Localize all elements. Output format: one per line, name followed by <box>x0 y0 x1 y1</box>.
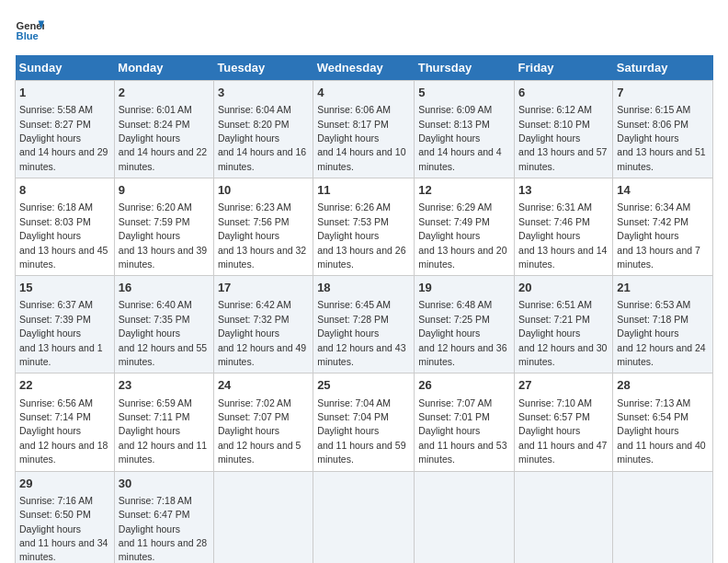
calendar-cell: 26 Sunrise: 7:07 AMSunset: 7:01 PMDaylig… <box>415 373 515 471</box>
day-info: Sunrise: 6:59 AMSunset: 7:11 PMDaylight … <box>119 397 207 465</box>
calendar-cell: 9 Sunrise: 6:20 AMSunset: 7:59 PMDayligh… <box>114 178 213 276</box>
day-info: Sunrise: 6:04 AMSunset: 8:20 PMDaylight … <box>218 104 306 172</box>
day-number: 4 <box>317 85 410 101</box>
day-info: Sunrise: 7:10 AMSunset: 6:57 PMDaylight … <box>518 397 607 465</box>
day-number: 9 <box>119 182 210 199</box>
day-number: 1 <box>19 85 110 101</box>
calendar-cell: 18 Sunrise: 6:45 AMSunset: 7:28 PMDaylig… <box>313 276 415 373</box>
day-info: Sunrise: 6:45 AMSunset: 7:28 PMDaylight … <box>317 299 405 367</box>
day-info: Sunrise: 6:53 AMSunset: 7:18 PMDaylight … <box>617 299 705 367</box>
calendar-cell: 16 Sunrise: 6:40 AMSunset: 7:35 PMDaylig… <box>114 276 213 373</box>
page-header: General Blue <box>15 15 713 44</box>
calendar-cell <box>313 471 415 563</box>
day-info: Sunrise: 6:34 AMSunset: 7:42 PMDaylight … <box>617 201 700 270</box>
day-info: Sunrise: 6:06 AMSunset: 8:17 PMDaylight … <box>317 104 405 172</box>
day-number: 20 <box>518 280 609 296</box>
day-info: Sunrise: 7:13 AMSunset: 6:54 PMDaylight … <box>617 397 705 465</box>
calendar-cell: 2 Sunrise: 6:01 AMSunset: 8:24 PMDayligh… <box>114 81 213 178</box>
day-info: Sunrise: 6:01 AMSunset: 8:24 PMDaylight … <box>119 104 207 172</box>
day-number: 15 <box>19 280 110 296</box>
day-info: Sunrise: 6:48 AMSunset: 7:25 PMDaylight … <box>418 299 506 367</box>
svg-text:Blue: Blue <box>17 30 39 41</box>
day-info: Sunrise: 6:40 AMSunset: 7:35 PMDaylight … <box>119 299 207 367</box>
day-number: 23 <box>119 377 210 394</box>
calendar-cell: 25 Sunrise: 7:04 AMSunset: 7:04 PMDaylig… <box>313 373 415 471</box>
calendar-cell: 8 Sunrise: 6:18 AMSunset: 8:03 PMDayligh… <box>16 178 115 276</box>
calendar-cell: 28 Sunrise: 7:13 AMSunset: 6:54 PMDaylig… <box>613 373 713 471</box>
day-number: 12 <box>418 182 510 199</box>
day-number: 13 <box>518 182 609 199</box>
day-info: Sunrise: 6:56 AMSunset: 7:14 PMDaylight … <box>19 397 108 465</box>
day-number: 8 <box>19 182 110 199</box>
day-number: 24 <box>218 377 309 394</box>
col-header-thursday: Thursday <box>415 55 515 81</box>
day-info: Sunrise: 7:04 AMSunset: 7:04 PMDaylight … <box>317 397 405 465</box>
day-info: Sunrise: 6:42 AMSunset: 7:32 PMDaylight … <box>218 299 306 367</box>
calendar-cell: 17 Sunrise: 6:42 AMSunset: 7:32 PMDaylig… <box>213 276 313 373</box>
calendar-cell <box>415 471 515 563</box>
col-header-tuesday: Tuesday <box>213 55 313 81</box>
calendar-cell: 15 Sunrise: 6:37 AMSunset: 7:39 PMDaylig… <box>16 276 115 373</box>
day-number: 28 <box>617 377 709 394</box>
day-number: 22 <box>19 377 110 394</box>
col-header-friday: Friday <box>515 55 613 81</box>
col-header-monday: Monday <box>114 55 213 81</box>
day-info: Sunrise: 6:37 AMSunset: 7:39 PMDaylight … <box>19 299 103 367</box>
day-number: 17 <box>218 280 309 296</box>
calendar-cell <box>515 471 613 563</box>
day-number: 18 <box>317 280 410 296</box>
day-number: 27 <box>518 377 609 394</box>
day-number: 6 <box>518 85 609 101</box>
calendar-cell: 23 Sunrise: 6:59 AMSunset: 7:11 PMDaylig… <box>114 373 213 471</box>
day-number: 25 <box>317 377 410 394</box>
day-number: 10 <box>218 182 309 199</box>
col-header-saturday: Saturday <box>613 55 713 81</box>
calendar-cell <box>213 471 313 563</box>
day-number: 11 <box>317 182 410 199</box>
day-number: 7 <box>617 85 709 101</box>
calendar-cell: 30 Sunrise: 7:18 AMSunset: 6:47 PMDaylig… <box>114 471 213 563</box>
day-info: Sunrise: 6:18 AMSunset: 8:03 PMDaylight … <box>19 201 108 270</box>
calendar-cell: 14 Sunrise: 6:34 AMSunset: 7:42 PMDaylig… <box>613 178 713 276</box>
day-info: Sunrise: 6:12 AMSunset: 8:10 PMDaylight … <box>518 104 607 172</box>
calendar-cell: 7 Sunrise: 6:15 AMSunset: 8:06 PMDayligh… <box>613 81 713 178</box>
logo-icon: General Blue <box>15 15 44 44</box>
day-info: Sunrise: 6:26 AMSunset: 7:53 PMDaylight … <box>317 201 405 270</box>
logo: General Blue <box>15 15 48 44</box>
day-number: 14 <box>617 182 709 199</box>
day-info: Sunrise: 7:18 AMSunset: 6:47 PMDaylight … <box>119 495 207 563</box>
calendar-cell: 19 Sunrise: 6:48 AMSunset: 7:25 PMDaylig… <box>415 276 515 373</box>
calendar-cell: 11 Sunrise: 6:26 AMSunset: 7:53 PMDaylig… <box>313 178 415 276</box>
calendar-cell: 6 Sunrise: 6:12 AMSunset: 8:10 PMDayligh… <box>515 81 613 178</box>
day-info: Sunrise: 7:16 AMSunset: 6:50 PMDaylight … <box>19 495 108 563</box>
calendar-cell: 29 Sunrise: 7:16 AMSunset: 6:50 PMDaylig… <box>16 471 115 563</box>
calendar-cell: 3 Sunrise: 6:04 AMSunset: 8:20 PMDayligh… <box>213 81 313 178</box>
calendar-cell: 13 Sunrise: 6:31 AMSunset: 7:46 PMDaylig… <box>515 178 613 276</box>
calendar-cell: 20 Sunrise: 6:51 AMSunset: 7:21 PMDaylig… <box>515 276 613 373</box>
day-number: 30 <box>119 476 210 492</box>
day-number: 16 <box>119 280 210 296</box>
day-number: 2 <box>119 85 210 101</box>
day-info: Sunrise: 6:09 AMSunset: 8:13 PMDaylight … <box>418 104 502 172</box>
day-number: 5 <box>418 85 510 101</box>
day-info: Sunrise: 7:02 AMSunset: 7:07 PMDaylight … <box>218 397 301 465</box>
day-number: 29 <box>19 476 110 492</box>
calendar-cell <box>613 471 713 563</box>
calendar-cell: 1 Sunrise: 5:58 AMSunset: 8:27 PMDayligh… <box>16 81 115 178</box>
day-info: Sunrise: 6:23 AMSunset: 7:56 PMDaylight … <box>218 201 306 270</box>
calendar-cell: 21 Sunrise: 6:53 AMSunset: 7:18 PMDaylig… <box>613 276 713 373</box>
day-info: Sunrise: 6:51 AMSunset: 7:21 PMDaylight … <box>518 299 607 367</box>
day-number: 19 <box>418 280 510 296</box>
calendar-cell: 5 Sunrise: 6:09 AMSunset: 8:13 PMDayligh… <box>415 81 515 178</box>
calendar-cell: 12 Sunrise: 6:29 AMSunset: 7:49 PMDaylig… <box>415 178 515 276</box>
day-info: Sunrise: 6:15 AMSunset: 8:06 PMDaylight … <box>617 104 705 172</box>
day-info: Sunrise: 7:07 AMSunset: 7:01 PMDaylight … <box>418 397 506 465</box>
calendar-table: SundayMondayTuesdayWednesdayThursdayFrid… <box>15 55 713 563</box>
day-number: 3 <box>218 85 309 101</box>
calendar-cell: 4 Sunrise: 6:06 AMSunset: 8:17 PMDayligh… <box>313 81 415 178</box>
day-info: Sunrise: 6:31 AMSunset: 7:46 PMDaylight … <box>518 201 607 270</box>
day-number: 26 <box>418 377 510 394</box>
day-info: Sunrise: 6:29 AMSunset: 7:49 PMDaylight … <box>418 201 506 270</box>
calendar-cell: 27 Sunrise: 7:10 AMSunset: 6:57 PMDaylig… <box>515 373 613 471</box>
day-info: Sunrise: 6:20 AMSunset: 7:59 PMDaylight … <box>119 201 207 270</box>
